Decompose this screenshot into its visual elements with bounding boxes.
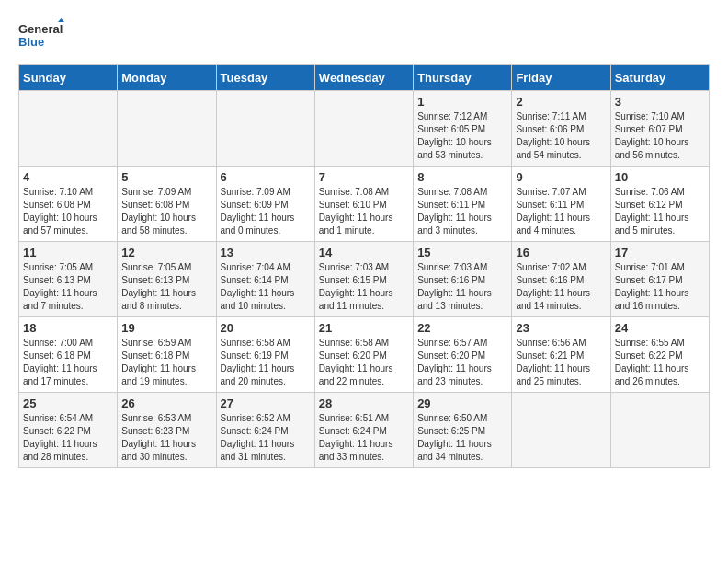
calendar-cell: 8Sunrise: 7:08 AM Sunset: 6:11 PM Daylig… bbox=[414, 167, 512, 242]
calendar-cell: 20Sunrise: 6:58 AM Sunset: 6:19 PM Dayli… bbox=[216, 317, 314, 393]
day-number: 26 bbox=[121, 396, 211, 410]
day-number: 5 bbox=[121, 170, 211, 184]
day-number: 29 bbox=[417, 396, 507, 410]
day-number: 14 bbox=[319, 246, 409, 259]
week-row-4: 25Sunrise: 6:54 AM Sunset: 6:22 PM Dayli… bbox=[19, 393, 710, 468]
day-info: Sunrise: 7:06 AM Sunset: 6:12 PM Dayligh… bbox=[615, 186, 705, 237]
day-number: 23 bbox=[516, 321, 606, 335]
calendar-cell: 29Sunrise: 6:50 AM Sunset: 6:25 PM Dayli… bbox=[414, 393, 512, 468]
day-number: 9 bbox=[516, 170, 606, 184]
day-info: Sunrise: 7:02 AM Sunset: 6:16 PM Dayligh… bbox=[516, 261, 606, 313]
day-number: 11 bbox=[23, 246, 113, 259]
day-info: Sunrise: 7:07 AM Sunset: 6:11 PM Dayligh… bbox=[516, 186, 606, 237]
day-number: 10 bbox=[615, 170, 705, 184]
day-info: Sunrise: 7:10 AM Sunset: 6:07 PM Dayligh… bbox=[615, 110, 705, 162]
calendar-cell: 1Sunrise: 7:12 AM Sunset: 6:05 PM Daylig… bbox=[414, 91, 512, 167]
day-info: Sunrise: 6:57 AM Sunset: 6:20 PM Dayligh… bbox=[417, 337, 507, 388]
calendar-cell: 16Sunrise: 7:02 AM Sunset: 6:16 PM Dayli… bbox=[512, 242, 610, 317]
day-header-tuesday: Tuesday bbox=[216, 65, 314, 91]
calendar-cell bbox=[216, 91, 314, 167]
day-header-thursday: Thursday bbox=[414, 65, 512, 91]
day-info: Sunrise: 6:55 AM Sunset: 6:22 PM Dayligh… bbox=[615, 337, 705, 388]
day-info: Sunrise: 7:05 AM Sunset: 6:13 PM Dayligh… bbox=[121, 261, 211, 313]
day-number: 12 bbox=[121, 246, 211, 259]
calendar-cell: 2Sunrise: 7:11 AM Sunset: 6:06 PM Daylig… bbox=[512, 91, 610, 167]
calendar-cell: 18Sunrise: 7:00 AM Sunset: 6:18 PM Dayli… bbox=[19, 317, 118, 393]
day-info: Sunrise: 6:59 AM Sunset: 6:18 PM Dayligh… bbox=[121, 337, 211, 388]
day-header-sunday: Sunday bbox=[19, 65, 118, 91]
day-info: Sunrise: 7:04 AM Sunset: 6:14 PM Dayligh… bbox=[221, 261, 311, 313]
calendar-cell bbox=[314, 91, 413, 167]
day-number: 22 bbox=[417, 321, 507, 335]
day-info: Sunrise: 7:12 AM Sunset: 6:05 PM Dayligh… bbox=[417, 110, 507, 162]
day-info: Sunrise: 7:09 AM Sunset: 6:08 PM Dayligh… bbox=[121, 186, 211, 237]
day-info: Sunrise: 6:52 AM Sunset: 6:24 PM Dayligh… bbox=[221, 412, 311, 464]
day-info: Sunrise: 7:08 AM Sunset: 6:11 PM Dayligh… bbox=[417, 186, 507, 237]
calendar-cell bbox=[512, 393, 610, 468]
calendar-cell: 11Sunrise: 7:05 AM Sunset: 6:13 PM Dayli… bbox=[19, 242, 118, 317]
calendar-cell: 28Sunrise: 6:51 AM Sunset: 6:24 PM Dayli… bbox=[314, 393, 413, 468]
calendar-cell: 5Sunrise: 7:09 AM Sunset: 6:08 PM Daylig… bbox=[118, 167, 216, 242]
day-number: 3 bbox=[615, 95, 705, 109]
day-number: 19 bbox=[121, 321, 211, 335]
day-header-saturday: Saturday bbox=[610, 65, 709, 91]
day-number: 24 bbox=[615, 321, 705, 335]
logo-svg: General Blue bbox=[18, 18, 64, 55]
day-info: Sunrise: 7:05 AM Sunset: 6:13 PM Dayligh… bbox=[23, 261, 113, 313]
day-number: 15 bbox=[417, 246, 507, 259]
calendar-cell: 13Sunrise: 7:04 AM Sunset: 6:14 PM Dayli… bbox=[216, 242, 314, 317]
day-number: 21 bbox=[319, 321, 409, 335]
day-info: Sunrise: 7:09 AM Sunset: 6:09 PM Dayligh… bbox=[221, 186, 311, 237]
week-row-0: 1Sunrise: 7:12 AM Sunset: 6:05 PM Daylig… bbox=[19, 91, 710, 167]
calendar-body: 1Sunrise: 7:12 AM Sunset: 6:05 PM Daylig… bbox=[19, 91, 710, 468]
calendar-cell bbox=[610, 393, 709, 468]
week-row-3: 18Sunrise: 7:00 AM Sunset: 6:18 PM Dayli… bbox=[19, 317, 710, 393]
day-number: 25 bbox=[23, 396, 113, 410]
day-number: 8 bbox=[417, 170, 507, 184]
calendar-header-row: SundayMondayTuesdayWednesdayThursdayFrid… bbox=[19, 65, 710, 91]
day-info: Sunrise: 7:08 AM Sunset: 6:10 PM Dayligh… bbox=[319, 186, 409, 237]
day-number: 27 bbox=[221, 396, 311, 410]
day-number: 16 bbox=[516, 246, 606, 259]
calendar-cell: 25Sunrise: 6:54 AM Sunset: 6:22 PM Dayli… bbox=[19, 393, 118, 468]
day-info: Sunrise: 7:00 AM Sunset: 6:18 PM Dayligh… bbox=[23, 337, 113, 388]
calendar-cell: 3Sunrise: 7:10 AM Sunset: 6:07 PM Daylig… bbox=[610, 91, 709, 167]
calendar-cell: 9Sunrise: 7:07 AM Sunset: 6:11 PM Daylig… bbox=[512, 167, 610, 242]
day-info: Sunrise: 7:01 AM Sunset: 6:17 PM Dayligh… bbox=[615, 261, 705, 313]
week-row-1: 4Sunrise: 7:10 AM Sunset: 6:08 PM Daylig… bbox=[19, 167, 710, 242]
day-number: 6 bbox=[221, 170, 311, 184]
calendar-cell: 6Sunrise: 7:09 AM Sunset: 6:09 PM Daylig… bbox=[216, 167, 314, 242]
calendar-cell: 22Sunrise: 6:57 AM Sunset: 6:20 PM Dayli… bbox=[414, 317, 512, 393]
calendar-cell: 10Sunrise: 7:06 AM Sunset: 6:12 PM Dayli… bbox=[610, 167, 709, 242]
day-number: 20 bbox=[221, 321, 311, 335]
day-info: Sunrise: 7:03 AM Sunset: 6:15 PM Dayligh… bbox=[319, 261, 409, 313]
calendar-cell: 19Sunrise: 6:59 AM Sunset: 6:18 PM Dayli… bbox=[118, 317, 216, 393]
calendar-cell: 17Sunrise: 7:01 AM Sunset: 6:17 PM Dayli… bbox=[610, 242, 709, 317]
calendar-cell: 14Sunrise: 7:03 AM Sunset: 6:15 PM Dayli… bbox=[314, 242, 413, 317]
day-header-friday: Friday bbox=[512, 65, 610, 91]
day-info: Sunrise: 6:53 AM Sunset: 6:23 PM Dayligh… bbox=[121, 412, 211, 464]
svg-text:General: General bbox=[18, 22, 63, 36]
calendar-cell: 7Sunrise: 7:08 AM Sunset: 6:10 PM Daylig… bbox=[314, 167, 413, 242]
day-info: Sunrise: 7:03 AM Sunset: 6:16 PM Dayligh… bbox=[417, 261, 507, 313]
calendar-cell: 27Sunrise: 6:52 AM Sunset: 6:24 PM Dayli… bbox=[216, 393, 314, 468]
calendar-cell bbox=[118, 91, 216, 167]
day-info: Sunrise: 6:58 AM Sunset: 6:20 PM Dayligh… bbox=[319, 337, 409, 388]
day-header-monday: Monday bbox=[118, 65, 216, 91]
day-number: 7 bbox=[319, 170, 409, 184]
calendar-cell: 23Sunrise: 6:56 AM Sunset: 6:21 PM Dayli… bbox=[512, 317, 610, 393]
calendar-cell bbox=[19, 91, 118, 167]
svg-text:Blue: Blue bbox=[18, 35, 44, 49]
week-row-2: 11Sunrise: 7:05 AM Sunset: 6:13 PM Dayli… bbox=[19, 242, 710, 317]
calendar-cell: 12Sunrise: 7:05 AM Sunset: 6:13 PM Dayli… bbox=[118, 242, 216, 317]
day-number: 18 bbox=[23, 321, 113, 335]
calendar-cell: 26Sunrise: 6:53 AM Sunset: 6:23 PM Dayli… bbox=[118, 393, 216, 468]
day-header-wednesday: Wednesday bbox=[314, 65, 413, 91]
calendar-table: SundayMondayTuesdayWednesdayThursdayFrid… bbox=[18, 64, 710, 468]
day-number: 17 bbox=[615, 246, 705, 259]
day-number: 1 bbox=[417, 95, 507, 109]
svg-marker-2 bbox=[58, 18, 64, 22]
logo: General Blue bbox=[18, 18, 64, 55]
day-number: 13 bbox=[221, 246, 311, 259]
day-info: Sunrise: 6:56 AM Sunset: 6:21 PM Dayligh… bbox=[516, 337, 606, 388]
